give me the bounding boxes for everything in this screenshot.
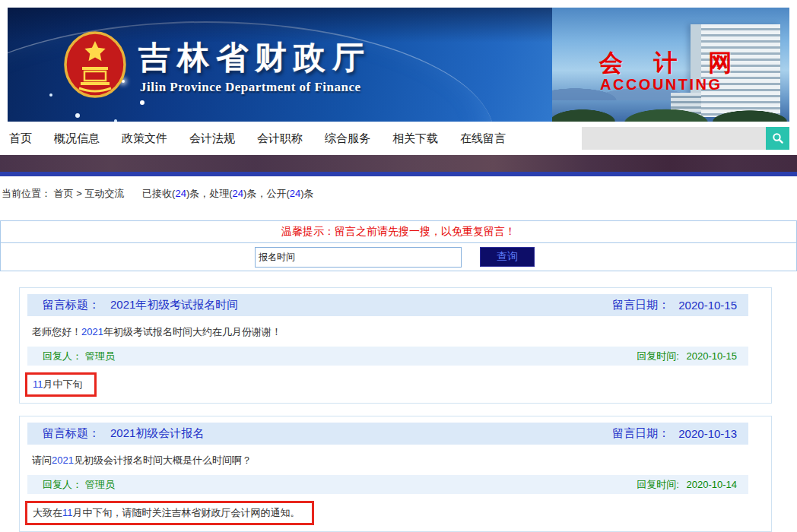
body-text: 年初级考试报名时间大约在几月份谢谢！ xyxy=(103,326,281,337)
body-text: 请问 xyxy=(32,454,52,466)
breadcrumb-home-link[interactable]: 首页 xyxy=(54,188,74,199)
notice-row: 温馨提示：留言之前请先搜一搜，以免重复留言！ xyxy=(1,221,796,243)
breadcrumb-label: 当前位置： xyxy=(2,188,51,199)
nav-item-messages[interactable]: 在线留言 xyxy=(460,131,506,146)
processed-label: 处理( xyxy=(209,188,232,199)
processed-count-link[interactable]: 24 xyxy=(233,188,243,199)
received-count-link[interactable]: 24 xyxy=(175,188,186,199)
query-button[interactable]: 查询 xyxy=(480,247,535,267)
national-emblem-icon xyxy=(64,29,126,100)
message-body: 请问2021见初级会计报名时间大概是什么时间啊？ xyxy=(32,454,748,467)
reply-highlight: 11 xyxy=(33,378,43,390)
site-banner: 吉林省财政厅 Jilin Province Department of Fina… xyxy=(8,8,789,122)
reply-time-label: 回复时间: xyxy=(637,350,679,362)
trees-image xyxy=(552,99,789,122)
site-name-en: ACCOUNTING xyxy=(600,76,722,93)
reply-bar: 回复人： 管理员 回复时间: 2020-10-14 xyxy=(27,475,748,494)
main-nav: 首页 概况信息 政策文件 会计法规 会计职称 综合服务 相关下载 在线留言 xyxy=(0,122,797,155)
nav-search xyxy=(582,127,789,150)
annotation-box: 大致在11月中下旬，请随时关注吉林省财政厅会计网的通知。 xyxy=(25,501,314,525)
breadcrumb-separator: > xyxy=(76,188,82,199)
received-suffix: )条， xyxy=(186,188,209,199)
annotation-box: 11月中下旬 xyxy=(25,372,97,397)
notice-text: 温馨提示：留言之前请先搜一搜，以免重复留言！ xyxy=(281,225,516,239)
reply-time-label: 回复时间: xyxy=(637,479,679,490)
public-count-link[interactable]: 24 xyxy=(290,188,300,199)
notice-and-search-panel: 温馨提示：留言之前请先搜一搜，以免重复留言！ 查询 xyxy=(0,220,797,271)
nav-item-downloads[interactable]: 相关下载 xyxy=(392,131,438,146)
reply-text: 大致在11月中下旬，请随时关注吉林省财政厅会计网的通知。 xyxy=(32,501,748,525)
message-title-label: 留言标题： xyxy=(43,426,100,441)
reply-by-label: 回复人： xyxy=(43,479,82,490)
reply-by-label: 回复人： xyxy=(43,350,82,362)
breadcrumb: 当前位置： 首页 > 互动交流 已接收(24)条，处理(24)条，公开(24)条 xyxy=(2,187,797,201)
reply-content: 月中下旬，请随时关注吉林省财政厅会计网的通知。 xyxy=(73,507,300,518)
nav-item-services[interactable]: 综合服务 xyxy=(325,131,370,146)
reply-by: 管理员 xyxy=(85,350,115,362)
message-title[interactable]: 2021初级会计报名 xyxy=(110,426,204,441)
message-title-bar: 留言标题： 2021初级会计报名 留言日期： 2020-10-13 xyxy=(27,423,748,445)
reply-text: 11月中下旬 xyxy=(32,372,748,397)
reply-time: 2020-10-15 xyxy=(687,350,738,362)
reply-time: 2020-10-14 xyxy=(687,479,738,490)
message-title[interactable]: 2021年初级考试报名时间 xyxy=(110,298,238,312)
nav-item-policy[interactable]: 政策文件 xyxy=(122,131,167,146)
blue-divider-bar xyxy=(0,172,797,176)
reply-by: 管理员 xyxy=(85,479,115,490)
org-title-en: Jilin Province Department of Finance xyxy=(140,80,361,95)
nav-item-regulations[interactable]: 会计法规 xyxy=(189,131,235,146)
message-date-label: 留言日期： xyxy=(612,426,669,441)
site-search-button[interactable] xyxy=(766,127,789,150)
message-date: 2020-10-15 xyxy=(678,299,737,312)
body-highlight: 2021 xyxy=(81,326,103,337)
message-stats: 已接收(24)条，处理(24)条，公开(24)条 xyxy=(142,188,313,199)
nav-item-titles[interactable]: 会计职称 xyxy=(257,131,303,146)
body-text: 见初级会计报名时间大概是什么时间啊？ xyxy=(74,454,252,466)
public-suffix: )条 xyxy=(300,188,313,199)
message-card: 留言标题： 2021年初级考试报名时间 留言日期： 2020-10-15 老师您… xyxy=(19,287,772,404)
breadcrumb-section-link[interactable]: 互动交流 xyxy=(84,188,124,199)
reply-content: 月中下旬 xyxy=(43,378,83,390)
message-date: 2020-10-13 xyxy=(678,427,737,440)
site-search-input[interactable] xyxy=(582,127,766,150)
reply-content: 大致在 xyxy=(33,507,62,518)
search-icon xyxy=(772,132,784,144)
body-highlight: 2021 xyxy=(52,454,74,466)
message-title-bar: 留言标题： 2021年初级考试报名时间 留言日期： 2020-10-15 xyxy=(27,294,748,316)
body-text: 老师您好！ xyxy=(32,326,81,337)
received-label: 已接收( xyxy=(142,188,175,199)
reply-highlight: 11 xyxy=(62,507,73,518)
reply-bar: 回复人： 管理员 回复时间: 2020-10-15 xyxy=(27,347,748,366)
site-name-cn: 会 计 网 xyxy=(599,47,744,79)
org-title-cn: 吉林省财政厅 xyxy=(138,36,371,79)
message-card: 留言标题： 2021初级会计报名 留言日期： 2020-10-13 请问2021… xyxy=(19,416,772,532)
banner-strip-image xyxy=(0,155,797,172)
public-label: 公开( xyxy=(266,188,289,199)
message-search-input[interactable] xyxy=(255,247,462,268)
message-date-label: 留言日期： xyxy=(612,298,669,312)
processed-suffix: )条， xyxy=(243,188,266,199)
nav-item-home[interactable]: 首页 xyxy=(9,131,32,146)
nav-item-overview[interactable]: 概况信息 xyxy=(54,131,100,146)
message-title-label: 留言标题： xyxy=(43,298,100,312)
query-row: 查询 xyxy=(1,243,796,271)
message-body: 老师您好！2021年初级考试报名时间大约在几月份谢谢！ xyxy=(32,325,748,339)
